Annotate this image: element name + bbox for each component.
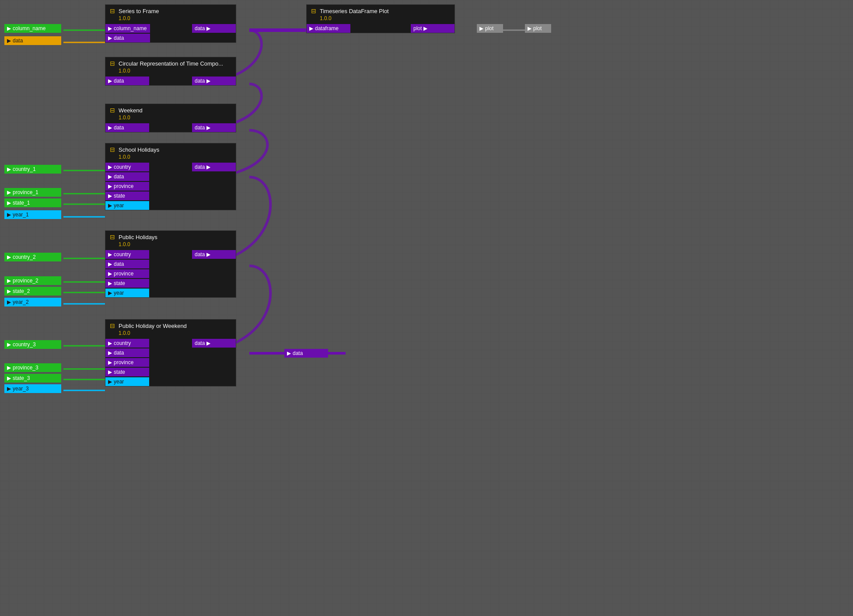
node-icon: ⊟ — [110, 146, 115, 153]
node-weekend-header: ⊟ Weekend — [105, 104, 236, 115]
input-year-3: ▶ year_3 — [4, 384, 61, 393]
input-column-name: ▶ column_name — [4, 24, 61, 33]
input-country-1-label: country_1 — [13, 166, 36, 172]
ports-row: ▶country ▶data ▶province ▶state ▶year da… — [105, 163, 236, 210]
input-year-2: ▶ year_2 — [4, 298, 61, 306]
input-province-2: ▶ province_2 — [4, 276, 61, 285]
input-data-top: ▶ data — [4, 36, 61, 45]
input-year-2-label: year_2 — [13, 299, 29, 305]
node-school-holidays-version: 1.0.0 — [105, 154, 236, 163]
node-weekend-version: 1.0.0 — [105, 115, 236, 123]
input-data-top-label: data — [13, 38, 23, 44]
port-plot-out[interactable]: ▶plot — [477, 24, 503, 33]
node-public-holiday-weekend-version: 1.0.0 — [105, 330, 236, 339]
port-in-country[interactable]: ▶country — [105, 163, 149, 171]
port-in-province[interactable]: ▶province — [105, 182, 149, 191]
port-in-dataframe[interactable]: ▶dataframe — [307, 24, 350, 33]
input-country-3-label: country_3 — [13, 341, 36, 348]
input-country-2-label: country_2 — [13, 254, 36, 260]
port-in-state[interactable]: ▶state — [105, 191, 149, 200]
port-plot-end: ▶plot — [525, 24, 551, 33]
node-public-holidays-title: Public Holidays — [119, 234, 157, 240]
input-state-1: ▶ state_1 — [4, 198, 61, 207]
node-timeseries-header: ⊟ Timeseries DataFrame Plot — [307, 5, 454, 15]
node-timeseries-plot: ⊟ Timeseries DataFrame Plot 1.0.0 ▶dataf… — [306, 4, 455, 33]
ports-row: ▶dataframe plot▶ — [307, 24, 454, 33]
input-province-1-label: province_1 — [13, 189, 38, 195]
port-out-data[interactable]: data▶ — [192, 123, 236, 132]
ports-row: ▶country ▶data ▶province ▶state ▶year da… — [105, 250, 236, 297]
input-year-1-label: year_1 — [13, 212, 29, 218]
input-province-3-label: province_3 — [13, 365, 38, 371]
node-public-holidays-header: ⊟ Public Holidays — [105, 231, 236, 241]
input-column-name-label: column_name — [13, 25, 45, 31]
input-state-2: ▶ state_2 — [4, 287, 61, 296]
ports-row: ▶country ▶data ▶province ▶state ▶year da… — [105, 339, 236, 386]
node-weekend-title: Weekend — [119, 107, 143, 114]
port-in-data[interactable]: ▶data — [105, 260, 149, 268]
port-in-data[interactable]: ▶data — [105, 172, 149, 181]
port-in-province[interactable]: ▶province — [105, 358, 149, 367]
port-in-year[interactable]: ▶year — [105, 289, 149, 297]
port-in-state[interactable]: ▶state — [105, 368, 149, 376]
node-circular-version: 1.0.0 — [105, 68, 236, 77]
input-province-1: ▶ province_1 — [4, 188, 61, 197]
port-out-plot[interactable]: plot▶ — [411, 24, 454, 33]
input-country-2: ▶ country_2 — [4, 253, 61, 261]
node-icon: ⊟ — [110, 322, 115, 329]
input-year-3-label: year_3 — [13, 386, 29, 392]
node-series-to-frame-header: ⊟ Series to Frame — [105, 5, 236, 15]
input-state-1-label: state_1 — [13, 200, 30, 206]
input-province-2-label: province_2 — [13, 278, 38, 284]
node-weekend: ⊟ Weekend 1.0.0 ▶data data▶ — [105, 104, 236, 132]
node-public-holiday-weekend-title: Public Holiday or Weekend — [119, 323, 187, 329]
node-school-holidays: ⊟ School Holidays 1.0.0 ▶country ▶data ▶… — [105, 143, 236, 210]
port-in-data[interactable]: ▶data — [105, 77, 149, 85]
port-out-data[interactable]: data▶ — [192, 339, 236, 348]
node-public-holiday-weekend-header: ⊟ Public Holiday or Weekend — [105, 320, 236, 330]
port-in-year[interactable]: ▶year — [105, 201, 149, 210]
port-in-column-name[interactable]: ▶column_name — [105, 24, 150, 33]
node-icon: ⊟ — [110, 233, 115, 240]
port-in-year[interactable]: ▶year — [105, 377, 149, 386]
node-series-to-frame-title: Series to Frame — [119, 8, 159, 14]
port-in-country[interactable]: ▶country — [105, 250, 149, 259]
port-in-data[interactable]: ▶data — [105, 348, 149, 357]
node-icon: ⊟ — [110, 107, 115, 114]
node-timeseries-title: Timeseries DataFrame Plot — [320, 8, 389, 14]
input-state-2-label: state_2 — [13, 288, 30, 294]
node-circular-rep: ⊟ Circular Representation of Time Compo.… — [105, 57, 236, 86]
node-timeseries-version: 1.0.0 — [307, 15, 454, 24]
node-icon: ⊟ — [110, 7, 115, 14]
input-country-3: ▶ country_3 — [4, 340, 61, 349]
port-in-province[interactable]: ▶province — [105, 269, 149, 278]
port-in-data[interactable]: ▶data — [105, 34, 150, 42]
port-data-destination[interactable]: ▶data — [284, 349, 328, 358]
ports-row: ▶data data▶ — [105, 77, 236, 85]
ports-row: ▶column_name ▶data data▶ — [105, 24, 236, 42]
node-school-holidays-title: School Holidays — [119, 146, 159, 153]
input-province-3: ▶ province_3 — [4, 363, 61, 372]
node-series-to-frame: ⊟ Series to Frame 1.0.0 ▶column_name ▶da… — [105, 4, 236, 43]
node-public-holidays-version: 1.0.0 — [105, 241, 236, 250]
node-series-to-frame-version: 1.0.0 — [105, 15, 236, 24]
ports-row: ▶data data▶ — [105, 123, 236, 132]
input-state-3-label: state_3 — [13, 375, 30, 381]
node-icon: ⊟ — [311, 7, 316, 14]
node-public-holiday-weekend: ⊟ Public Holiday or Weekend 1.0.0 ▶count… — [105, 319, 236, 386]
node-public-holidays: ⊟ Public Holidays 1.0.0 ▶country ▶data ▶… — [105, 230, 236, 298]
node-icon: ⊟ — [110, 60, 115, 67]
port-out-data[interactable]: data▶ — [192, 77, 236, 85]
input-year-1: ▶ year_1 — [4, 210, 61, 219]
port-out-data[interactable]: data▶ — [192, 250, 236, 259]
node-school-holidays-header: ⊟ School Holidays — [105, 143, 236, 154]
node-circular-title: Circular Representation of Time Compo... — [119, 60, 223, 67]
input-state-3: ▶ state_3 — [4, 374, 61, 383]
port-in-country[interactable]: ▶country — [105, 339, 149, 348]
port-out-data[interactable]: data▶ — [192, 24, 236, 33]
port-out-data[interactable]: data▶ — [192, 163, 236, 171]
port-in-state[interactable]: ▶state — [105, 279, 149, 288]
input-country-1: ▶ country_1 — [4, 165, 61, 174]
node-circular-header: ⊟ Circular Representation of Time Compo.… — [105, 57, 236, 68]
port-in-data[interactable]: ▶data — [105, 123, 149, 132]
